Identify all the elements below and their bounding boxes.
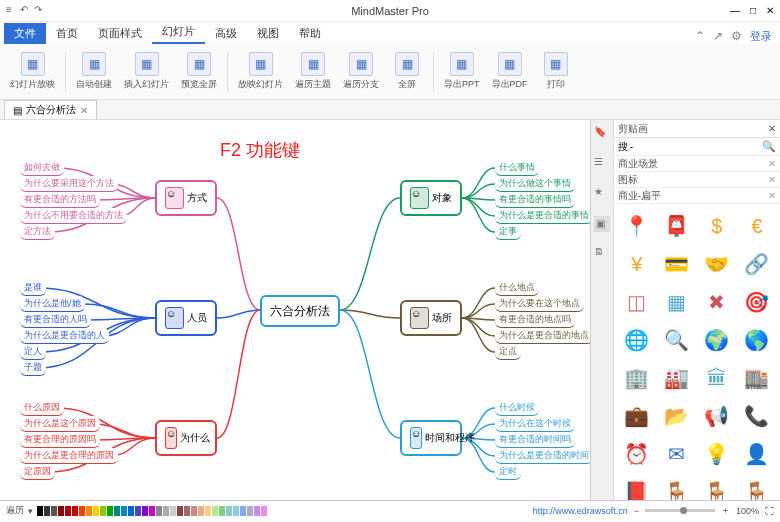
mm-branch[interactable]: ☺时间和程序 [400, 420, 462, 456]
clipart-item[interactable]: 🔗 [738, 246, 776, 282]
clipart-item[interactable]: 🏢 [618, 360, 656, 396]
clipart-item[interactable]: 🪑 [698, 474, 736, 500]
ribbon-insert[interactable]: ▦插入幻灯片 [120, 50, 173, 93]
ribbon-print[interactable]: ▦打印 [536, 50, 576, 93]
mm-branch[interactable]: ☺方式 [155, 180, 217, 216]
mm-leaf[interactable]: 子题 [20, 360, 46, 376]
menu-slides[interactable]: 幻灯片 [152, 21, 205, 44]
rail-star-icon[interactable]: ★ [594, 186, 610, 202]
ribbon-auto[interactable]: ▦自动创建 [72, 50, 116, 93]
mm-leaf[interactable]: 定方法 [20, 224, 55, 240]
menu-help[interactable]: 帮助 [289, 23, 331, 44]
fit-icon[interactable]: ⛶ [765, 506, 774, 516]
mm-leaf[interactable]: 为什么要采用这个方法 [20, 176, 118, 192]
mm-leaf[interactable]: 定时 [495, 464, 521, 480]
plus-icon[interactable]: ＋ [721, 504, 730, 517]
clipart-item[interactable]: 🏭 [658, 360, 696, 396]
mm-leaf[interactable]: 定事 [495, 224, 521, 240]
rail-list-icon[interactable]: ☰ [594, 156, 610, 172]
clipart-item[interactable]: ◫ [618, 284, 656, 320]
fwd-icon[interactable]: ↷ [34, 4, 48, 18]
clipart-item[interactable]: ¥ [618, 246, 656, 282]
clipart-item[interactable]: 📞 [738, 398, 776, 434]
clipart-item[interactable]: 🪑 [738, 474, 776, 500]
ribbon-pdf[interactable]: ▦导出PDF [488, 50, 532, 93]
mindmap-canvas[interactable]: F2 功能键 六合分析法☺方式如何去做为什么要采用这个方法有更合适的方法吗为什么… [0, 120, 590, 500]
rail-tag-icon[interactable]: 🔖 [594, 126, 610, 142]
mm-leaf[interactable]: 有更合理的原因吗 [20, 432, 100, 448]
mm-leaf[interactable]: 有更合适的方法吗 [20, 192, 100, 208]
collapse-icon[interactable]: ⌃ [695, 29, 705, 44]
login-link[interactable]: 登录 [750, 29, 772, 44]
clipart-item[interactable]: 📍 [618, 208, 656, 244]
menu-pagestyle[interactable]: 页面样式 [88, 23, 152, 44]
mm-branch[interactable]: ☺对象 [400, 180, 462, 216]
mm-leaf[interactable]: 是谁 [20, 280, 46, 296]
clipart-item[interactable]: ✖ [698, 284, 736, 320]
menu-view[interactable]: 视图 [247, 23, 289, 44]
ribbon-branch[interactable]: ▦遍历分支 [339, 50, 383, 93]
mm-leaf[interactable]: 为什么做这个事情 [495, 176, 575, 192]
search-icon[interactable]: 🔍 [762, 140, 776, 153]
clipart-item[interactable]: 🏬 [738, 360, 776, 396]
color-palette[interactable] [37, 506, 267, 516]
clipart-item[interactable]: 🌍 [698, 322, 736, 358]
clipart-item[interactable]: 🪑 [658, 474, 696, 500]
cat-icons[interactable]: 图标✕ [614, 172, 780, 188]
clipart-item[interactable]: 💡 [698, 436, 736, 472]
minus-icon[interactable]: − [634, 506, 639, 516]
mm-leaf[interactable]: 有更合适的人吗 [20, 312, 91, 328]
mm-leaf[interactable]: 为什么要在这个地点 [495, 296, 584, 312]
back-icon[interactable]: ↶ [20, 4, 34, 18]
document-tab[interactable]: ▤ 六合分析法 ✕ [4, 100, 97, 119]
maximize-icon[interactable]: □ [750, 5, 756, 16]
mm-leaf[interactable]: 有更合适的地点吗 [495, 312, 575, 328]
close-tab-icon[interactable]: ✕ [80, 105, 88, 116]
clipart-item[interactable]: 💼 [618, 398, 656, 434]
clipart-item[interactable]: $ [698, 208, 736, 244]
mm-leaf[interactable]: 什么事情 [495, 160, 539, 176]
clipart-item[interactable]: 🤝 [698, 246, 736, 282]
menu-home[interactable]: 首页 [46, 23, 88, 44]
ribbon-slideshow[interactable]: ▦幻灯片放映 [6, 50, 59, 93]
mm-leaf[interactable]: 为什么不用要合适的方法 [20, 208, 127, 224]
mm-leaf[interactable]: 什么时候 [495, 400, 539, 416]
mm-branch[interactable]: ☺为什么 [155, 420, 217, 456]
mm-leaf[interactable]: 定点 [495, 344, 521, 360]
clipart-item[interactable]: ✉ [658, 436, 696, 472]
close-icon[interactable]: ✕ [766, 5, 774, 16]
mm-leaf[interactable]: 定原因 [20, 464, 55, 480]
status-url[interactable]: http://www.edrawsoft.cn [533, 506, 628, 516]
panel-close-icon[interactable]: ✕ [768, 123, 776, 134]
clipart-item[interactable]: 🏛 [698, 360, 736, 396]
clipart-item[interactable]: 🎯 [738, 284, 776, 320]
mm-leaf[interactable]: 定人 [20, 344, 46, 360]
zoom-slider[interactable] [645, 509, 715, 512]
clipart-item[interactable]: 📢 [698, 398, 736, 434]
menu-file[interactable]: 文件 [4, 23, 46, 44]
clipart-item[interactable]: 📕 [618, 474, 656, 500]
ribbon-ppt[interactable]: ▦导出PPT [440, 50, 484, 93]
clipart-item[interactable]: 🌎 [738, 322, 776, 358]
settings-icon[interactable]: ⚙ [731, 29, 742, 44]
ribbon-traverse[interactable]: ▦遍历主题 [291, 50, 335, 93]
ribbon-full[interactable]: ▦全屏 [387, 50, 427, 93]
clipart-item[interactable]: 👤 [738, 436, 776, 472]
cat-business[interactable]: 商业场景✕ [614, 156, 780, 172]
share-icon[interactable]: ↗ [713, 29, 723, 44]
clipart-item[interactable]: 🌐 [618, 322, 656, 358]
mm-center[interactable]: 六合分析法 [260, 295, 340, 327]
mm-leaf[interactable]: 有更合适的时间吗 [495, 432, 575, 448]
mm-branch[interactable]: ☺人员 [155, 300, 217, 336]
mm-leaf[interactable]: 为什么是更合理的原因 [20, 448, 118, 464]
clipart-item[interactable]: 🔍 [658, 322, 696, 358]
mm-leaf[interactable]: 为什么是更合适的时间 [495, 448, 590, 464]
clipart-item[interactable]: 📂 [658, 398, 696, 434]
cat-bizflat[interactable]: 商业-扁平✕ [614, 188, 780, 204]
clipart-item[interactable]: € [738, 208, 776, 244]
mm-leaf[interactable]: 为什么是更合适的人 [20, 328, 109, 344]
clipart-item[interactable]: ▦ [658, 284, 696, 320]
mm-leaf[interactable]: 为什么在这个时候 [495, 416, 575, 432]
mm-branch[interactable]: ☺场所 [400, 300, 462, 336]
mm-leaf[interactable]: 为什么是更合适的事情 [495, 208, 590, 224]
